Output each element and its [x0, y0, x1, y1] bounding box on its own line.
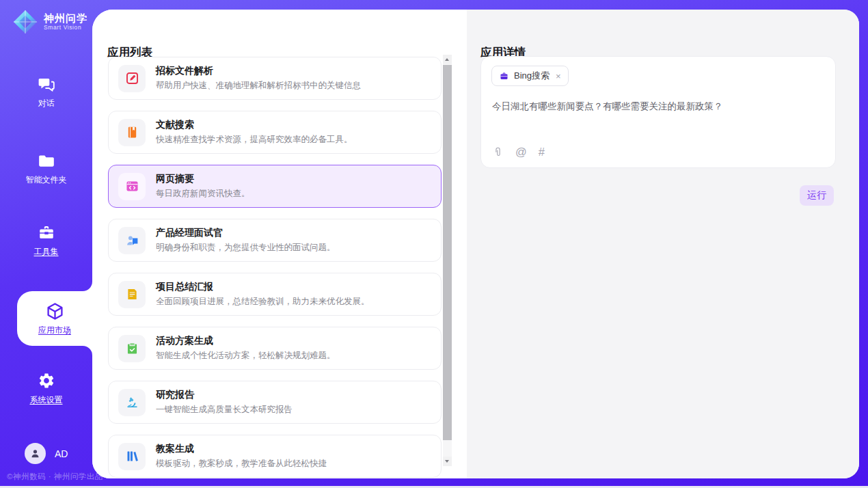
- tag-close-icon[interactable]: ×: [556, 71, 561, 81]
- person-icon: [29, 448, 41, 459]
- toolbox-icon: [38, 223, 55, 241]
- scroll-thumb[interactable]: [443, 65, 452, 440]
- app-card[interactable]: 活动方案生成 智能生成个性化活动方案，轻松解决规划难题。: [108, 327, 442, 370]
- app-card-title: 研究报告: [156, 389, 293, 401]
- app-card[interactable]: 招标文件解析 帮助用户快速、准确地理解和解析招标书中的关键信息: [108, 57, 442, 100]
- sidebar-item-toolset[interactable]: 工具集: [0, 223, 92, 258]
- user-account[interactable]: AD: [25, 443, 68, 464]
- sidebar-item-app-market[interactable]: 应用市场: [17, 291, 92, 346]
- app-card-title: 产品经理面试官: [156, 227, 336, 239]
- web-code-icon: [118, 173, 146, 200]
- book-icon: [118, 119, 146, 146]
- app-card-title: 网页摘要: [156, 173, 250, 185]
- run-button[interactable]: 运行: [800, 185, 834, 206]
- app-card-desc: 明确身份和职责，为您提供专业性的面试问题。: [156, 242, 336, 254]
- brand-subtitle: Smart Vision: [44, 25, 87, 31]
- report-note-icon: [118, 281, 146, 308]
- app-card-title: 招标文件解析: [156, 65, 361, 77]
- sidebar-item-chat[interactable]: 对话: [0, 75, 92, 109]
- gear-icon: [38, 372, 55, 390]
- app-card-desc: 快速精准查找学术资源，提高研究效率的必备工具。: [156, 134, 353, 146]
- interviewer-icon: [118, 227, 146, 254]
- app-card[interactable]: 项目总结汇报 全面回顾项目进展，总结经验教训，助力未来优化发展。: [108, 273, 442, 316]
- composer-toolbar: @ #: [492, 146, 545, 158]
- app-card-desc: 帮助用户快速、准确地理解和解析招标书中的关键信息: [156, 80, 361, 92]
- app-card[interactable]: 教案生成 模板驱动，教案秒成，教学准备从此轻松快捷: [108, 435, 442, 478]
- bing-search-tag[interactable]: Bing搜索 ×: [491, 66, 569, 86]
- app-card-desc: 全面回顾项目进展，总结经验教训，助力未来优化发展。: [156, 296, 370, 308]
- sidebar: 神州问学 Smart Vision 对话 智能文件夹 工具集 应用市场 系统设置…: [0, 0, 92, 486]
- brand-name: 神州问学: [44, 12, 87, 24]
- chat-icon: [38, 75, 55, 93]
- app-card[interactable]: 文献搜索 快速精准查找学术资源，提高研究效率的必备工具。: [108, 111, 442, 154]
- app-card-title: 活动方案生成: [156, 335, 336, 347]
- microscope-icon: [118, 389, 146, 416]
- edit-document-icon: [118, 65, 146, 92]
- user-avatar: [25, 443, 46, 464]
- sidebar-item-label: 智能文件夹: [26, 174, 67, 186]
- app-card-list: 招标文件解析 帮助用户快速、准确地理解和解析招标书中的关键信息 文献搜索 快速精…: [108, 57, 442, 478]
- app-card-title: 文献搜索: [156, 119, 353, 131]
- user-name: AD: [55, 448, 68, 459]
- app-card[interactable]: 研究报告 一键智能生成高质量长文本研究报告: [108, 381, 442, 424]
- app-card[interactable]: 产品经理面试官 明确身份和职责，为您提供专业性的面试问题。: [108, 219, 442, 262]
- books-icon: [118, 443, 146, 470]
- sidebar-item-label: 系统设置: [30, 394, 63, 406]
- app-detail-panel: 应用详情 Bing搜索 × 今日湖北有哪些新闻要点？有哪些需要关注的最新政策？ …: [467, 10, 859, 478]
- app-card-title: 教案生成: [156, 443, 327, 455]
- scroll-down-button[interactable]: [443, 457, 452, 466]
- app-card-desc: 每日政府新闻资讯快查。: [156, 188, 250, 200]
- scroll-up-button[interactable]: [443, 55, 452, 64]
- list-scrollbar[interactable]: [443, 55, 452, 466]
- sidebar-item-smart-folders[interactable]: 智能文件夹: [0, 152, 92, 186]
- app-card-desc: 一键智能生成高质量长文本研究报告: [156, 404, 293, 416]
- app-card[interactable]: 网页摘要 每日政府新闻资讯快查。: [108, 165, 442, 208]
- briefcase-icon: [499, 71, 509, 81]
- folder-icon: [38, 152, 55, 170]
- prompt-card: Bing搜索 × 今日湖北有哪些新闻要点？有哪些需要关注的最新政策？ @ #: [480, 56, 836, 168]
- app-card-title: 项目总结汇报: [156, 281, 370, 293]
- tag-label: Bing搜索: [514, 70, 550, 82]
- hashtag-icon[interactable]: #: [539, 146, 545, 158]
- sidebar-item-label: 对话: [38, 98, 55, 109]
- query-input[interactable]: 今日湖北有哪些新闻要点？有哪些需要关注的最新政策？: [492, 100, 824, 113]
- sidebar-item-label: 工具集: [34, 246, 59, 258]
- main-panel: 应用列表 招标文件解析 帮助用户快速、准确地理解和解析招标书中的关键信息 文献搜…: [92, 10, 859, 478]
- brand-gem-icon: [12, 9, 38, 35]
- cube-icon: [45, 301, 65, 321]
- clipboard-check-icon: [118, 335, 146, 362]
- sidebar-item-settings[interactable]: 系统设置: [0, 372, 92, 406]
- app-list-panel: 应用列表 招标文件解析 帮助用户快速、准确地理解和解析招标书中的关键信息 文献搜…: [92, 10, 467, 478]
- app-logo: 神州问学 Smart Vision: [12, 9, 87, 35]
- sidebar-item-label: 应用市场: [38, 325, 71, 336]
- mention-icon[interactable]: @: [515, 146, 527, 158]
- paperclip-icon[interactable]: [492, 146, 504, 158]
- app-card-desc: 智能生成个性化活动方案，轻松解决规划难题。: [156, 350, 336, 362]
- copyright-footer: ©神州数码 · 神州问学出品: [7, 472, 103, 482]
- app-card-desc: 模板驱动，教案秒成，教学准备从此轻松快捷: [156, 458, 327, 470]
